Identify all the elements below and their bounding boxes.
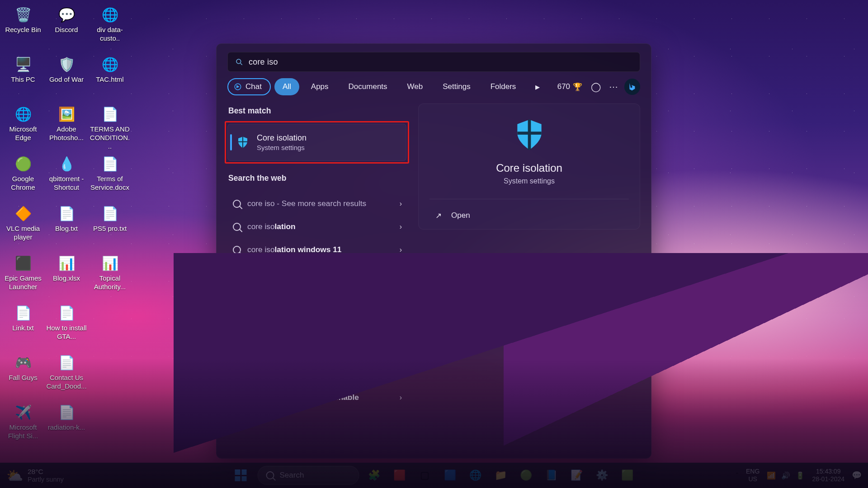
clock[interactable]: 15:43:09 28-01-2024 (812, 468, 844, 483)
tray-overflow-icon[interactable]: ˄ (736, 472, 739, 479)
desktop-icon-label: TERMS AND CONDITION... (89, 125, 131, 150)
weather-widget[interactable]: ⛅ 28°C Partly sunny (6, 468, 64, 483)
taskbar-pin-app-a[interactable]: 🟦 (440, 465, 461, 486)
taskbar-pin-task-view[interactable]: ▢ (415, 465, 435, 486)
volume-icon[interactable]: 🔊 (781, 471, 790, 480)
desktop-icon[interactable]: 🗑️Recycle Bin (2, 3, 44, 52)
desktop-icon[interactable]: 📄How to install GTA... (45, 301, 88, 350)
web-result[interactable]: core isolation memory integrity› (226, 261, 409, 284)
taskbar-pin-nvidia[interactable]: 🟩 (617, 465, 638, 486)
taskbar-pin-premiere[interactable]: 🟥 (389, 465, 410, 486)
desktop-icon-glyph: 🛡️ (56, 54, 77, 74)
desktop-icon[interactable]: 📄Link.txt (2, 301, 44, 350)
more-icon[interactable]: ⋯ (606, 80, 620, 94)
desktop-icon[interactable]: 🖥️This PC (2, 52, 44, 101)
web-result[interactable]: core isolation details› (226, 284, 409, 307)
taskbar-pin-chrome[interactable]: 🟢 (516, 465, 537, 486)
desktop-icon-glyph: 💧 (56, 154, 77, 174)
notifications-icon[interactable]: 💬 (852, 470, 862, 480)
language-switch[interactable]: ENG US (746, 468, 760, 483)
web-result[interactable]: core isolation page not available› (226, 307, 409, 330)
search-icon (233, 200, 241, 208)
preview-actions: ↗Open (429, 206, 629, 225)
tab-folders[interactable]: Folders (482, 78, 524, 95)
svg-point-0 (236, 59, 241, 64)
desktop-icon[interactable]: 🟢Google Chrome (2, 152, 44, 201)
tab-chat[interactable]: Chat (227, 78, 271, 95)
wifi-icon[interactable]: 📶 (767, 471, 776, 480)
desktop-icon[interactable]: 🛡️God of War (45, 52, 88, 101)
desktop-icon-glyph: 📄 (56, 203, 77, 223)
desktop-icon-glyph: 📊 (99, 253, 121, 273)
refresh-icon[interactable]: ◯ (589, 80, 603, 94)
desktop-icon[interactable]: 📄radiation-k... (45, 400, 88, 449)
preview-divider (429, 199, 629, 199)
desktop-icon[interactable]: 📊Topical Authority... (89, 251, 131, 300)
web-results: core iso - See more search results›core … (223, 192, 413, 409)
desktop-icon[interactable]: 🔶VLC media player (2, 202, 44, 250)
desktop-icon-glyph: 🌐 (12, 104, 34, 124)
web-result[interactable]: core isolation windows 10› (226, 330, 409, 353)
web-result[interactable]: core isolation windows 11› (226, 238, 409, 261)
taskbar-pin-settings[interactable]: ⚙️ (592, 465, 613, 486)
search-flyout: Chat All Apps Documents Web Settings Fol… (216, 43, 651, 459)
desktop-icon-label: Blog.txt (55, 225, 78, 233)
preview-title: Core isolation (496, 162, 562, 174)
desktop-icon[interactable]: 📄TERMS AND CONDITION... (89, 102, 131, 151)
task-view-icon: ▢ (420, 469, 429, 481)
desktop-icon[interactable]: 📄Blog.txt (45, 202, 88, 250)
desktop-icon-label: Fall Guys (9, 374, 37, 382)
tab-folders-label: Folders (491, 82, 516, 91)
rewards-score[interactable]: 670 🏆 (557, 82, 582, 92)
best-match-result[interactable]: Core isolation System settings (227, 124, 406, 161)
desktop-icon[interactable]: 📄PS5 pro.txt (89, 202, 131, 250)
account-avatar[interactable] (624, 79, 640, 95)
preview-action-open[interactable]: ↗Open (429, 206, 629, 225)
taskbar-pin-word[interactable]: 📘 (541, 465, 562, 486)
tab-web[interactable]: Web (399, 78, 431, 95)
windows-icon (235, 469, 247, 481)
desktop-icon[interactable]: 🎮Fall Guys (2, 351, 44, 399)
desktop-icon[interactable]: 📄Terms of Service.docx (89, 152, 131, 201)
tab-settings[interactable]: Settings (434, 78, 478, 95)
svg-rect-3 (242, 137, 243, 148)
battery-icon[interactable]: 🔋 (796, 471, 805, 480)
taskbar-search[interactable]: Search (258, 466, 359, 485)
tab-apps[interactable]: Apps (303, 78, 337, 95)
taskbar-pin-copilot[interactable]: 🧩 (364, 465, 385, 486)
web-result[interactable]: core isolation managed by administrator› (226, 353, 409, 386)
web-result[interactable]: core iso - See more search results› (226, 192, 409, 215)
search-input[interactable] (249, 57, 632, 67)
desktop-icon[interactable]: 🌐Microsoft Edge (2, 102, 44, 151)
taskbar-pin-edge[interactable]: 🌐 (465, 465, 486, 486)
search-icon (233, 338, 241, 346)
desktop-icon[interactable]: 🖼️Adobe Photosho... (45, 102, 88, 151)
desktop-icon[interactable]: 💧qbittorrent - Shortcut (45, 152, 88, 201)
tab-documents[interactable]: Documents (340, 78, 396, 95)
search-icon (233, 223, 241, 231)
desktop-icon[interactable]: ✈️Microsoft Flight Si... (2, 400, 44, 449)
desktop-icon[interactable]: 💬Discord (45, 3, 88, 52)
tab-apps-label: Apps (311, 82, 329, 91)
taskbar-pin-file-explorer[interactable]: 📁 (491, 465, 511, 486)
filters-more-caret[interactable]: ▸ (530, 80, 544, 94)
desktop-icon-label: VLC media player (2, 225, 44, 242)
desktop-icon[interactable]: 🌐div data-custo.. (89, 3, 131, 52)
preview-card: Core isolation System settings ↗Open (418, 103, 640, 230)
notepad-icon: 📝 (571, 469, 583, 481)
chevron-right-icon: › (400, 315, 402, 323)
desktop-icon[interactable]: 🌐TAC.html (89, 52, 131, 101)
tab-all[interactable]: All (274, 78, 299, 95)
taskbar-pin-notepad[interactable]: 📝 (566, 465, 587, 486)
desktop-icon[interactable]: 📊Blog.xlsx (45, 251, 88, 300)
start-button[interactable] (231, 465, 251, 486)
chevron-right-icon: › (400, 223, 402, 231)
search-box[interactable] (227, 52, 640, 72)
desktop-icon-glyph: 🌐 (99, 54, 121, 74)
weather-desc: Partly sunny (28, 476, 64, 483)
desktop-icon[interactable]: 📄Contact Us Card_Dood... (45, 351, 88, 399)
system-tray: ˄ ENG US 📶 🔊 🔋 15:43:09 28-01-2024 💬 (736, 468, 868, 483)
desktop-icon[interactable]: ⬛Epic Games Launcher (2, 251, 44, 300)
web-result[interactable]: core isolation› (226, 215, 409, 238)
web-result[interactable]: core isolation details to enable› (226, 386, 409, 409)
